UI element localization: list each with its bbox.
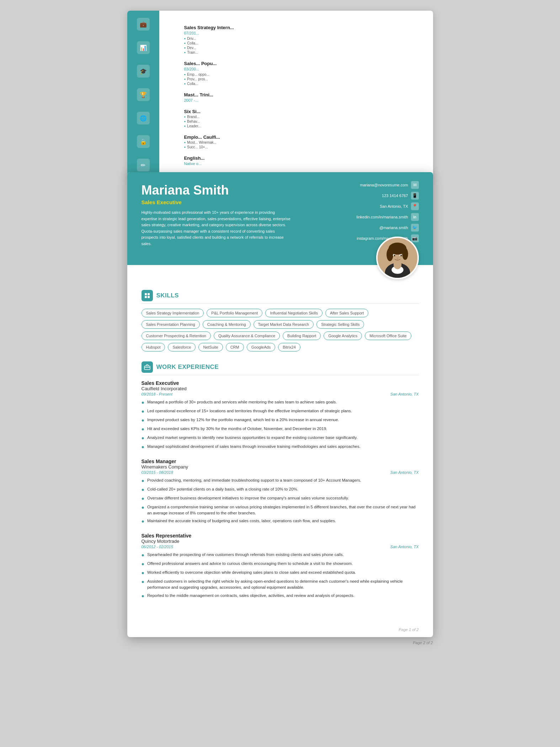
bullet-dot-icon: ● [142, 578, 144, 586]
behind-bullet-10: Leader... [184, 124, 415, 128]
resume-body: SKILLS Sales Strategy ImplementationP&L … [127, 283, 433, 624]
job-1: Sales ExecutiveCaulfield Incorporated09/… [142, 380, 419, 451]
skills-section-title: SKILLS [156, 292, 179, 299]
job-bullet-1-6: ●Managed sophisticated development of sa… [142, 444, 419, 451]
skill-tag: Salesforce [168, 343, 196, 351]
skill-tag: NetSuite [198, 343, 223, 351]
job-bullet-1-4: ●Hit and exceeded sales KPIs by 30% for … [142, 426, 419, 433]
job-meta-1: 09/2018 - PresentSan Antonio, TX [142, 392, 419, 396]
behind-bullet-11: Most... Winemak... [184, 141, 415, 144]
bullet-text: Maintained the accurate tracking of budg… [147, 518, 336, 524]
bullet-text: Reported to the middle management on con… [147, 593, 354, 599]
contact-email-text: mariana@novoresume.com [360, 183, 408, 187]
job-bullet-2-5: ●Maintained the accurate tracking of bud… [142, 518, 419, 525]
skills-section: SKILLS Sales Strategy ImplementationP&L … [142, 290, 419, 351]
skill-tag: Coaching & Mentoring [203, 320, 251, 329]
bullet-text: Assisted customers in selecting the righ… [147, 578, 419, 591]
job-dates-3: 06/2012 - 02/2015 [142, 545, 173, 549]
phone-icon: 📱 [411, 192, 419, 200]
behind-bullet-6: Prov... pros... [184, 77, 415, 81]
job-dates-1: 09/2018 - Present [142, 392, 172, 396]
job-bullet-1-5: ●Analyzed market segments to identify ne… [142, 435, 419, 442]
bullet-dot-icon: ● [142, 477, 144, 484]
bullet-text: Analyzed market segments to identify new… [147, 435, 358, 441]
bullet-text: Organized a comprehensive training semin… [147, 504, 419, 516]
svg-rect-13 [148, 293, 150, 295]
bullet-dot-icon: ● [142, 408, 144, 415]
behind-title-2: Sales... Popu... [184, 61, 415, 66]
skill-tag: Google Analytics [324, 332, 362, 340]
bullet-dot-icon: ● [142, 592, 144, 600]
job-location-2: San Antonio, TX [390, 470, 419, 475]
header-left: Mariana Smith Sales Executive Highly-mot… [142, 183, 305, 247]
bullet-text: Worked efficiently to overcome objection… [147, 569, 356, 576]
job-bullets-1: ●Managed a portfolio of 30+ products and… [142, 399, 419, 451]
job-bullet-2-2: ●Cold-called 20+ potential clients on a … [142, 486, 419, 493]
svg-point-11 [400, 255, 402, 256]
behind-date-6: Native o... [184, 161, 415, 166]
behind-title-1: Sales Strategy Intern... [184, 25, 415, 30]
bullet-text: Led operational excellence of 15+ locati… [147, 408, 352, 414]
page-2-background: 💼 📊 🎓 🏆 🌐 🔒 ✏ Sales Strategy Intern... 0… [127, 11, 433, 179]
job-bullet-1-1: ●Managed a portfolio of 30+ products and… [142, 399, 419, 406]
behind-bullet-3: Dev... [184, 46, 415, 50]
bullet-text: Spearheaded the prospecting of new custo… [147, 552, 344, 558]
behind-title-3: Mast... Trini... [184, 92, 415, 97]
job-bullet-1-2: ●Led operational excellence of 15+ locat… [142, 408, 419, 415]
behind-bullet-2: Colla... [184, 41, 415, 45]
skill-tag: Microsoft Office Suite [365, 332, 411, 340]
behind-bullet-5: Emp... oppo... [184, 73, 415, 76]
sidebar: 💼 📊 🎓 🏆 🌐 🔒 ✏ [127, 11, 159, 179]
skill-tag: Sales Presentation Planning [142, 320, 200, 329]
bullet-dot-icon: ● [142, 486, 144, 493]
bullet-dot-icon: ● [142, 425, 144, 433]
svg-point-6 [386, 248, 393, 261]
work-section-title: WORK EXPERIENCE [156, 364, 219, 371]
job-bullets-2: ●Provided coaching, mentoring, and immed… [142, 477, 419, 525]
sidebar-icon-1: 💼 [137, 18, 150, 31]
skill-tag: Influential Negotiation Skills [265, 309, 322, 317]
sidebar-icon-6: 🔒 [137, 135, 150, 148]
bullet-dot-icon: ● [142, 495, 144, 502]
behind-bullet-4: Train... [184, 51, 415, 54]
work-section-header: WORK EXPERIENCE [142, 361, 419, 375]
job-title-2: Sales Manager [142, 459, 419, 464]
job-company-3: Quincy Motortrade [142, 539, 419, 544]
skills-icon [142, 290, 153, 301]
behind-bullet-7: Colla... [184, 82, 415, 86]
job-bullet-1-3: ●Improved product sales by 12% for the p… [142, 417, 419, 424]
job-title-1: Sales Executive [142, 380, 419, 386]
bullet-text: Hit and exceeded sales KPIs by 30% for t… [147, 426, 327, 432]
svg-point-7 [402, 248, 408, 260]
bullet-text: Oversaw different business development i… [147, 495, 349, 501]
work-icon [142, 361, 153, 373]
job-company-1: Caulfield Incorporated [142, 386, 419, 391]
bullet-dot-icon: ● [142, 417, 144, 424]
page-number: Page 1 of 2 [127, 624, 433, 637]
job-location-3: San Antonio, TX [390, 545, 419, 549]
bullet-dot-icon: ● [142, 569, 144, 577]
job-company-2: Winemakers Company [142, 464, 419, 470]
twitter-icon: 🐦 [411, 224, 419, 232]
bullet-dot-icon: ● [142, 551, 144, 559]
skill-tag: Hubspot [142, 343, 165, 351]
sidebar-icon-7: ✏ [137, 159, 150, 171]
behind-bullet-12: Succ... 10+... [184, 145, 415, 149]
sidebar-icon-3: 🎓 [137, 65, 150, 78]
skill-tag: Building Rapport [283, 332, 321, 340]
skill-tag: CRM [226, 343, 244, 351]
bullet-text: Improved product sales by 12% for the po… [147, 417, 339, 423]
bullet-dot-icon: ● [142, 399, 144, 406]
job-bullet-2-3: ●Oversaw different business development … [142, 495, 419, 502]
job-bullets-3: ●Spearheaded the prospecting of new cust… [142, 552, 419, 600]
behind-date-2: 03/200... [184, 67, 415, 71]
contact-twitter: @mariana.smith 🐦 [379, 224, 418, 232]
skill-tag: Bitrix24 [278, 343, 300, 351]
behind-bullet-9: Behav... [184, 120, 415, 123]
job-meta-3: 06/2012 - 02/2015San Antonio, TX [142, 545, 419, 549]
behind-date-1: 07/201... [184, 31, 415, 35]
bullet-dot-icon: ● [142, 504, 144, 511]
behind-bullet-8: Brand... [184, 115, 415, 119]
skill-tag: Target Market Data Research [254, 320, 314, 329]
bullet-text: Cold-called 20+ potential clients on a d… [147, 486, 298, 492]
